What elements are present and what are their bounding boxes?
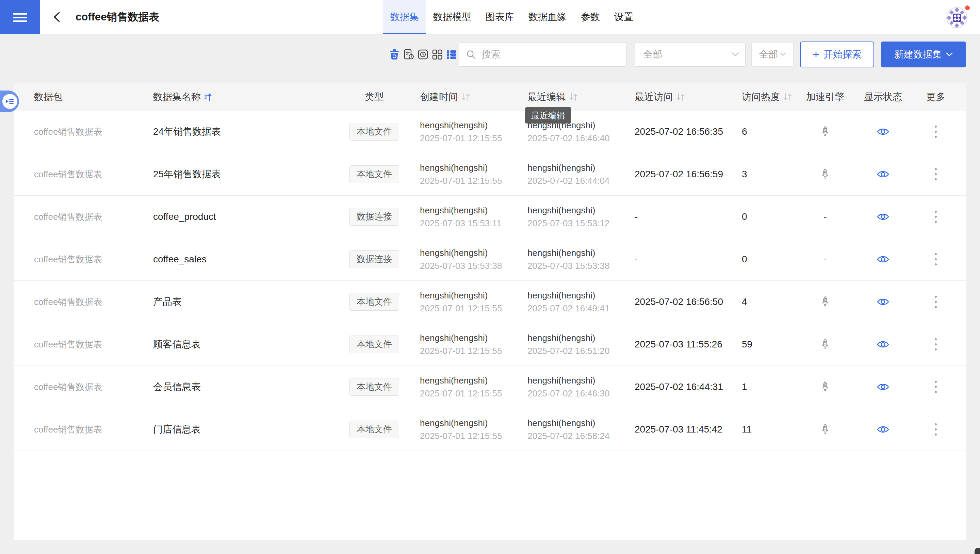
heat-cell: 3 (732, 169, 796, 180)
type-cell: 本地文件 (340, 336, 408, 353)
nav-tab-1[interactable]: 数据模型 (426, 0, 479, 34)
col-header-accessed[interactable]: 最近访问 (623, 91, 732, 103)
heat-cell: 1 (732, 382, 796, 392)
more-menu-icon[interactable] (933, 294, 939, 310)
col-header-dataset-name[interactable]: 数据集名称 (153, 91, 340, 103)
more-menu-icon[interactable] (933, 124, 939, 140)
sort-arrows-icon (783, 92, 793, 102)
heat-cell: 11 (732, 424, 796, 435)
nav-tab-2[interactable]: 图表库 (479, 0, 521, 34)
eye-icon[interactable] (877, 382, 889, 392)
eye-icon[interactable] (877, 340, 889, 349)
type-badge: 本地文件 (350, 336, 399, 353)
list-view-icon[interactable] (446, 49, 457, 60)
created-cell: hengshi(hengshi) 2025-07-01 12:15:55 (408, 119, 517, 144)
dataset-name-link[interactable]: 产品表 (153, 295, 340, 308)
type-cell: 本地文件 (340, 166, 408, 183)
search-input[interactable] (481, 49, 620, 60)
accessed-cell: 2025-07-02 16:56:59 (623, 169, 732, 180)
dataset-name-link[interactable]: 顾客信息表 (153, 338, 340, 351)
rocket-icon[interactable] (820, 381, 830, 393)
chevron-down-icon (946, 53, 953, 57)
more-menu-icon[interactable] (933, 251, 939, 267)
eye-icon[interactable] (877, 127, 889, 136)
created-cell: hengshi(hengshi) 2025-07-03 15:53:11 (408, 204, 517, 229)
edited-cell: hengshi(hengshi) 2025-07-03 15:53:38 (517, 247, 623, 272)
package-cell: coffee销售数据表 (34, 211, 153, 223)
dataset-name-link[interactable]: 门店信息表 (153, 423, 340, 436)
accessed-cell: - (623, 254, 732, 265)
accessed-cell: - (623, 211, 732, 222)
col-header-heat[interactable]: 访问热度 (732, 91, 796, 103)
created-cell: hengshi(hengshi) 2025-07-03 15:53:38 (408, 247, 517, 272)
visibility-cell (854, 255, 912, 264)
heat-cell: 0 (732, 211, 796, 222)
accelerate-cell: - (796, 254, 854, 265)
created-cell: hengshi(hengshi) 2025-07-01 12:15:55 (408, 417, 517, 442)
type-badge: 数据连接 (350, 208, 399, 225)
avatar[interactable] (946, 7, 967, 28)
dataset-name-link[interactable]: 24年销售数据表 (153, 125, 340, 138)
eye-icon[interactable] (877, 425, 889, 434)
table-row[interactable]: coffee销售数据表 coffee_product 数据连接 hengshi(… (14, 196, 966, 238)
eye-icon[interactable] (877, 298, 889, 306)
more-cell (912, 124, 959, 140)
edited-cell: hengshi(hengshi) 2025-07-03 15:53:12 (517, 204, 623, 229)
more-menu-icon[interactable] (933, 336, 939, 353)
more-menu-icon[interactable] (933, 209, 939, 225)
more-menu-icon[interactable] (933, 421, 939, 438)
table-body: coffee销售数据表 24年销售数据表 本地文件 hengshi(hengsh… (14, 111, 966, 451)
nav-tab-4[interactable]: 参数 (574, 0, 607, 34)
table-row[interactable]: coffee销售数据表 24年销售数据表 本地文件 hengshi(hengsh… (14, 111, 966, 153)
accelerate-cell: - (796, 126, 854, 138)
nav-tab-3[interactable]: 数据血缘 (521, 0, 574, 34)
dataset-name-link[interactable]: coffee_product (153, 211, 340, 222)
type-badge: 数据连接 (350, 250, 399, 268)
accessed-cell: 2025-07-03 11:45:42 (623, 424, 732, 435)
more-menu-icon[interactable] (933, 379, 939, 395)
col-header-created[interactable]: 创建时间 (408, 91, 517, 103)
recent-doc-icon[interactable] (403, 49, 414, 60)
table-row[interactable]: coffee销售数据表 25年销售数据表 本地文件 hengshi(hengsh… (14, 153, 966, 196)
trash-icon[interactable] (388, 49, 400, 60)
rocket-icon[interactable] (820, 338, 830, 350)
notification-dot (965, 5, 970, 10)
rocket-icon[interactable] (820, 296, 830, 308)
back-button[interactable] (52, 11, 62, 23)
snapshot-clock-icon[interactable] (417, 49, 429, 60)
edited-cell: hengshi(hengshi) 2025-07-02 16:44:04 (517, 162, 623, 187)
edited-cell: hengshi(hengshi) 2025-07-02 16:46:30 (517, 374, 623, 400)
rocket-icon[interactable] (820, 168, 830, 180)
filter-dropdown-type[interactable]: 全部 (635, 42, 746, 67)
eye-icon[interactable] (877, 212, 889, 221)
dataset-name-link[interactable]: 25年销售数据表 (153, 168, 340, 181)
hamburger-menu-button[interactable] (0, 0, 40, 34)
dataset-name-link[interactable]: coffee_sales (153, 254, 340, 265)
col-header-edited[interactable]: 最近编辑 (517, 91, 623, 103)
start-explore-button[interactable]: + 开始探索 (800, 41, 874, 67)
type-cell: 本地文件 (340, 293, 408, 310)
col-header-package: 数据包 (34, 91, 153, 103)
more-menu-icon[interactable] (933, 166, 939, 182)
more-cell (912, 379, 959, 395)
nav-tab-5[interactable]: 设置 (607, 0, 640, 34)
sort-arrows-icon (461, 92, 471, 102)
table-row[interactable]: coffee销售数据表 coffee_sales 数据连接 hengshi(he… (14, 238, 966, 281)
dataset-name-link[interactable]: 会员信息表 (153, 380, 340, 393)
table-row[interactable]: coffee销售数据表 会员信息表 本地文件 hengshi(hengshi) … (14, 366, 966, 408)
card-view-icon[interactable] (431, 49, 443, 60)
table-row[interactable]: coffee销售数据表 门店信息表 本地文件 hengshi(hengshi) … (14, 408, 966, 451)
table-row[interactable]: coffee销售数据表 顾客信息表 本地文件 hengshi(hengshi) … (14, 323, 966, 366)
filter-dropdown-owner[interactable]: 全部 (751, 42, 794, 67)
eye-icon[interactable] (877, 255, 889, 264)
package-cell: coffee销售数据表 (34, 253, 153, 266)
plus-icon: + (813, 48, 819, 60)
rocket-icon[interactable] (820, 423, 830, 436)
create-dataset-button[interactable]: 新建数据集 (881, 41, 966, 67)
eye-icon[interactable] (877, 170, 889, 179)
heat-cell: 59 (732, 339, 796, 350)
accelerate-cell: - (796, 168, 854, 180)
rocket-icon[interactable] (820, 126, 830, 138)
table-row[interactable]: coffee销售数据表 产品表 本地文件 hengshi(hengshi) 20… (14, 281, 966, 323)
nav-tab-0[interactable]: 数据集 (383, 0, 426, 34)
